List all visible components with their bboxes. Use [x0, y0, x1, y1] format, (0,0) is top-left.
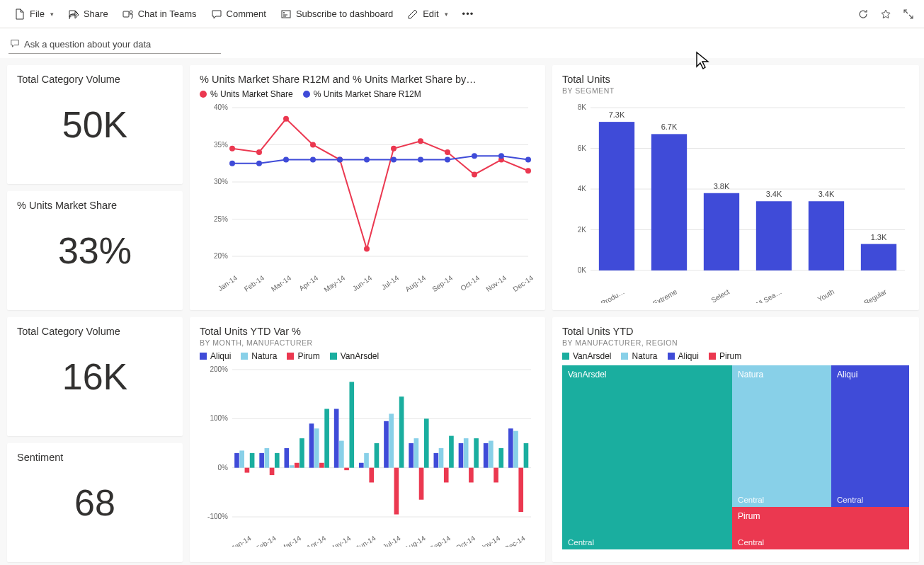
- svg-rect-108: [484, 443, 489, 468]
- svg-point-39: [256, 161, 262, 166]
- legend-marker: [330, 353, 337, 360]
- svg-rect-76: [324, 409, 329, 467]
- treemap-node-vanarsdel: VanArsdel Central: [562, 365, 732, 549]
- svg-text:-100%: -100%: [207, 513, 228, 520]
- comment-label: Comment: [227, 8, 266, 19]
- qna-input[interactable]: Ask a question about your data: [8, 35, 221, 54]
- legend-marker: [241, 353, 248, 360]
- dashboard-grid: Total Category Volume 50K % Units Market…: [0, 58, 924, 565]
- comment-icon: [211, 8, 222, 20]
- svg-text:30%: 30%: [214, 178, 228, 186]
- refresh-button[interactable]: [856, 7, 870, 21]
- chart-title: Total Units: [562, 74, 909, 85]
- svg-text:0%: 0%: [218, 464, 229, 472]
- svg-text:35%: 35%: [214, 141, 228, 149]
- teams-icon: [122, 8, 134, 20]
- treemap-tile[interactable]: Total Units YTD BY MANUFACTURER, REGION …: [552, 317, 919, 562]
- svg-text:Jun-14: Jun-14: [355, 534, 377, 547]
- svg-rect-110: [494, 468, 498, 483]
- svg-point-31: [364, 246, 370, 252]
- svg-point-33: [418, 138, 423, 144]
- chart-legend: VanArsdel Natura Aliqui Pirum: [562, 351, 909, 361]
- svg-rect-71: [300, 438, 304, 468]
- legend-marker: [621, 353, 628, 360]
- kpi-market-share[interactable]: % Units Market Share 33%: [7, 191, 183, 310]
- chart-subtitle: BY MONTH, MANUFACTURER: [200, 338, 535, 347]
- svg-text:2K: 2K: [578, 226, 587, 234]
- legend-marker: [287, 353, 294, 360]
- treemap-node-aliqui: Aliqui Central: [831, 365, 909, 507]
- line-chart-tile[interactable]: % Units Market Share R12M and % Units Ma…: [190, 65, 545, 310]
- svg-text:Sep-14: Sep-14: [428, 534, 452, 547]
- svg-rect-80: [344, 468, 349, 470]
- qna-placeholder: Ask a question about your data: [24, 39, 151, 50]
- svg-text:Jul-14: Jul-14: [380, 273, 401, 291]
- line-chart: 20%25%30%35%40%Jan-14Feb-14Mar-14Apr-14M…: [200, 101, 535, 292]
- svg-text:1.3K: 1.3K: [871, 233, 887, 241]
- svg-rect-94: [414, 438, 419, 468]
- svg-point-49: [525, 157, 531, 163]
- kpi-sentiment[interactable]: Sentiment 68: [7, 443, 183, 562]
- svg-point-42: [337, 157, 343, 163]
- svg-text:3.4K: 3.4K: [819, 190, 835, 198]
- svg-rect-84: [364, 453, 369, 468]
- chart-subtitle: BY SEGMENT: [562, 86, 909, 95]
- kpi-value: 16K: [17, 338, 173, 411]
- kpi-category-volume-1[interactable]: Total Category Volume 50K: [7, 65, 183, 184]
- var-chart-tile[interactable]: Total Units YTD Var % BY MONTH, MANUFACT…: [190, 317, 545, 562]
- treemap-region: Central: [837, 496, 863, 504]
- share-icon: [68, 8, 79, 20]
- file-menu[interactable]: File ▾: [8, 6, 59, 23]
- svg-text:Nov-14: Nov-14: [484, 273, 508, 292]
- legend-marker: [668, 353, 675, 360]
- svg-rect-66: [275, 453, 280, 468]
- more-menu[interactable]: •••: [457, 6, 480, 22]
- svg-rect-115: [518, 468, 523, 512]
- svg-text:25%: 25%: [214, 215, 228, 223]
- fullscreen-button[interactable]: [901, 7, 916, 21]
- svg-point-44: [391, 157, 397, 163]
- svg-text:Select: Select: [709, 287, 731, 303]
- svg-rect-61: [250, 453, 255, 468]
- svg-text:100%: 100%: [210, 414, 228, 422]
- svg-text:Jul-14: Jul-14: [382, 534, 402, 547]
- svg-rect-105: [469, 468, 474, 483]
- svg-rect-109: [489, 441, 494, 468]
- edit-icon: [407, 8, 418, 20]
- svg-rect-83: [359, 463, 364, 468]
- svg-text:6K: 6K: [578, 144, 587, 152]
- svg-point-1: [130, 11, 132, 13]
- more-icon: •••: [462, 8, 474, 19]
- share-button[interactable]: Share: [62, 6, 114, 23]
- svg-text:Aug-14: Aug-14: [404, 534, 428, 547]
- kpi-title: Total Category Volume: [17, 326, 173, 337]
- svg-point-45: [418, 157, 423, 163]
- svg-text:4K: 4K: [578, 185, 587, 193]
- favorite-button[interactable]: [879, 7, 893, 21]
- svg-point-38: [229, 161, 235, 166]
- svg-point-43: [364, 157, 370, 163]
- grouped-bar-chart: -100%0%100%200%Jan-14Feb-14Mar-14Apr-14M…: [200, 363, 535, 547]
- svg-text:May-14: May-14: [323, 273, 347, 292]
- edit-label: Edit: [423, 8, 438, 19]
- legend-label: % Units Market Share: [210, 89, 293, 99]
- svg-point-40: [283, 157, 289, 163]
- subscribe-button[interactable]: Subscribe to dashboard: [275, 6, 399, 23]
- svg-rect-75: [319, 463, 324, 468]
- svg-rect-79: [339, 441, 344, 468]
- comment-button[interactable]: Comment: [205, 6, 272, 23]
- svg-text:3.8K: 3.8K: [714, 182, 730, 190]
- svg-rect-137: [756, 201, 792, 270]
- edit-menu[interactable]: Edit ▾: [401, 6, 453, 23]
- treemap-region: Central: [738, 538, 764, 547]
- svg-rect-68: [284, 448, 289, 468]
- command-bar: File ▾ Share Chat in Teams Comment Sub: [0, 0, 924, 28]
- svg-text:Dec-14: Dec-14: [511, 273, 535, 292]
- segment-bar-tile[interactable]: Total Units BY SEGMENT 0K2K4K6K8K7.3KPro…: [552, 65, 919, 310]
- kpi-category-volume-2[interactable]: Total Category Volume 16K: [7, 317, 183, 436]
- svg-text:Produ…: Produ…: [600, 287, 626, 303]
- svg-text:Oct-14: Oct-14: [455, 534, 477, 547]
- chat-teams-button[interactable]: Chat in Teams: [117, 6, 203, 23]
- treemap-node-natura: Natura Central: [732, 365, 831, 507]
- svg-text:Mar-14: Mar-14: [270, 273, 293, 292]
